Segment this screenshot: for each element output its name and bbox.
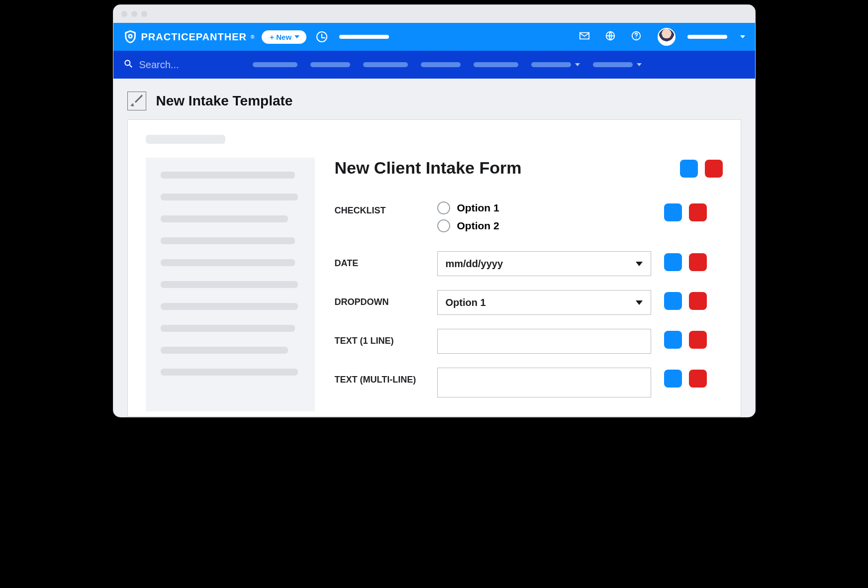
chevron-down-icon	[294, 35, 299, 38]
edit-icon	[127, 92, 146, 110]
field-row-checklist: CHECKLIST Option 1 Option 2	[335, 201, 723, 237]
globe-icon[interactable]	[605, 30, 616, 44]
brand-logo[interactable]: PRACTICEPANTHER®	[123, 30, 255, 44]
radio-option[interactable]: Option 1	[437, 201, 651, 214]
brand-text: PRACTICEPANTHER	[141, 31, 247, 43]
help-icon[interactable]	[631, 30, 642, 44]
search-wrap	[123, 59, 209, 71]
list-item[interactable]	[161, 259, 295, 266]
field-label: TEXT (MULTI-LINE)	[335, 368, 424, 385]
new-button-label: + New	[270, 33, 291, 41]
date-placeholder: mm/dd/yyyy	[446, 258, 503, 270]
nav-item[interactable]	[474, 62, 518, 67]
edit-action-button[interactable]	[664, 292, 682, 310]
nav-item[interactable]	[363, 62, 408, 67]
topbar: PRACTICEPANTHER® + New	[113, 23, 755, 51]
form-title: New Client Intake Form	[335, 158, 522, 178]
chevron-down-icon[interactable]	[740, 35, 745, 38]
radio-icon	[437, 219, 450, 232]
form-area: New Client Intake Form CHECKLIST Option …	[335, 158, 723, 411]
date-input[interactable]: mm/dd/yyyy	[437, 251, 651, 276]
field-row-dropdown: DROPDOWN Option 1	[335, 290, 723, 315]
username-placeholder	[687, 35, 727, 39]
window-close-dot[interactable]	[121, 11, 127, 17]
main-card: New Client Intake Form CHECKLIST Option …	[127, 119, 741, 417]
sidebar-panel	[146, 158, 315, 411]
delete-action-button[interactable]	[689, 331, 707, 349]
layout: New Client Intake Form CHECKLIST Option …	[146, 158, 723, 411]
radio-option[interactable]: Option 2	[437, 219, 651, 232]
shield-icon	[123, 30, 137, 44]
clock-icon[interactable]	[316, 31, 327, 42]
avatar[interactable]	[658, 28, 675, 46]
search-input[interactable]	[139, 59, 209, 71]
new-button[interactable]: + New	[262, 30, 306, 44]
dropdown-selected: Option 1	[446, 297, 486, 308]
nav-item[interactable]	[253, 62, 297, 67]
radio-label: Option 2	[457, 220, 499, 232]
mail-icon[interactable]	[579, 30, 590, 44]
delete-action-button[interactable]	[689, 253, 707, 271]
field-row-text-multi: TEXT (MULTI-LINE)	[335, 368, 723, 397]
svg-point-4	[636, 37, 637, 38]
field-label: DATE	[335, 251, 424, 269]
window-titlebar	[113, 5, 755, 23]
field-row-text-single: TEXT (1 LINE)	[335, 329, 723, 354]
list-item[interactable]	[161, 369, 298, 376]
delete-action-button[interactable]	[705, 160, 723, 178]
list-item[interactable]	[161, 281, 298, 288]
dropdown-select[interactable]: Option 1	[437, 290, 651, 315]
search-icon	[123, 59, 133, 71]
list-item[interactable]	[161, 215, 288, 222]
nav-item[interactable]	[593, 62, 642, 67]
delete-action-button[interactable]	[689, 203, 707, 221]
edit-action-button[interactable]	[664, 253, 682, 271]
list-item[interactable]	[161, 325, 295, 332]
delete-action-button[interactable]	[689, 292, 707, 310]
list-item[interactable]	[161, 347, 288, 354]
chevron-down-icon	[636, 300, 643, 305]
list-item[interactable]	[161, 172, 295, 179]
field-label: TEXT (1 LINE)	[335, 329, 424, 346]
trademark-icon: ®	[251, 34, 255, 40]
delete-action-button[interactable]	[689, 370, 707, 388]
nav-item[interactable]	[531, 62, 580, 67]
nav-item[interactable]	[421, 62, 461, 67]
page-title: New Intake Template	[156, 93, 293, 109]
edit-action-button[interactable]	[664, 370, 682, 388]
radio-label: Option 1	[457, 202, 499, 214]
text-input[interactable]	[437, 329, 651, 354]
list-item[interactable]	[161, 194, 298, 200]
list-item[interactable]	[161, 303, 298, 310]
chevron-down-icon	[636, 262, 643, 266]
edit-action-button[interactable]	[680, 160, 698, 178]
nav-placeholder	[339, 35, 389, 39]
skeleton-line	[146, 135, 225, 144]
nav-bar	[113, 51, 755, 79]
svg-point-1	[129, 35, 131, 37]
edit-action-button[interactable]	[664, 203, 682, 221]
form-title-row: New Client Intake Form	[335, 158, 723, 178]
field-row-date: DATE mm/dd/yyyy	[335, 251, 723, 276]
window-minimize-dot[interactable]	[131, 11, 137, 17]
nav-item[interactable]	[310, 62, 350, 67]
list-item[interactable]	[161, 237, 295, 244]
chevron-down-icon	[575, 63, 580, 66]
chevron-down-icon	[637, 63, 642, 66]
app-window: PRACTICEPANTHER® + New	[113, 5, 755, 417]
nav-items	[253, 62, 642, 67]
page-heading: New Intake Template	[113, 79, 755, 119]
field-label: CHECKLIST	[335, 201, 424, 216]
textarea-input[interactable]	[437, 368, 651, 397]
radio-icon	[437, 201, 450, 214]
field-label: DROPDOWN	[335, 290, 424, 307]
edit-action-button[interactable]	[664, 331, 682, 349]
window-maximize-dot[interactable]	[141, 11, 147, 17]
